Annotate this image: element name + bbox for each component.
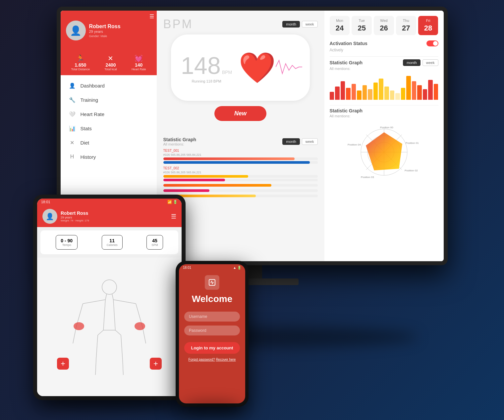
cal-day-thu[interactable]: Thu 27 bbox=[396, 16, 416, 35]
phone-username-field[interactable]: Username bbox=[184, 312, 240, 322]
stats-title: Statistic Graph bbox=[163, 137, 196, 142]
bpm-reading: 148 BPM Running 118 BPM bbox=[181, 52, 232, 83]
radar-pos-3: Position 03 bbox=[361, 176, 374, 179]
user-gender: Gender: Male bbox=[89, 34, 121, 38]
graph1-month-btn[interactable]: month bbox=[403, 59, 420, 66]
tablet-signal: 📶 🔋 bbox=[167, 200, 178, 204]
graph-subtitle-2: All mentions: bbox=[330, 114, 438, 118]
sidebar-item-heartrate[interactable]: 🤍 Heart Rate bbox=[61, 107, 157, 121]
new-button[interactable]: New bbox=[214, 106, 266, 121]
cal-day-fri-num: 28 bbox=[420, 24, 437, 32]
diet-icon: ✕ bbox=[69, 140, 76, 146]
sidebar-item-stats[interactable]: 📊 Stats bbox=[61, 121, 157, 136]
bar-11 bbox=[384, 87, 389, 100]
activation-toggle[interactable] bbox=[426, 40, 438, 46]
svg-point-8 bbox=[102, 280, 117, 294]
plus-btn-left[interactable]: + bbox=[57, 358, 69, 370]
tablet-user-sub: 29 years bbox=[61, 216, 89, 219]
cal-day-mon-num: 24 bbox=[331, 24, 349, 32]
graph-header-1: Statistic Graph month week bbox=[330, 59, 438, 66]
metric-calories: 11 Calories bbox=[102, 235, 123, 250]
metric-tempo: 0 - 90 Tempo bbox=[56, 235, 78, 250]
bar2-label: TEST_002 bbox=[163, 166, 318, 170]
cal-day-wed-num: 26 bbox=[375, 24, 393, 32]
cal-day-tue-name: Tue bbox=[353, 19, 370, 23]
stat-heart: 💓 140 Heart Rate bbox=[132, 54, 146, 71]
sidebar-item-diet-label: Diet bbox=[81, 140, 89, 146]
bpm-header: BPM month week bbox=[163, 17, 318, 31]
svg-line-21 bbox=[115, 330, 121, 335]
stat-graph-2: Statistic Graph All mentions: bbox=[330, 108, 438, 180]
tablet-avatar: 👤 bbox=[42, 209, 57, 224]
bar-5 bbox=[352, 84, 356, 100]
sidebar-item-heartrate-label: Heart Rate bbox=[81, 111, 105, 117]
bar1-track-1 bbox=[163, 157, 318, 160]
cal-day-tue[interactable]: Tue 25 bbox=[352, 16, 372, 35]
bar2-fill-1 bbox=[163, 175, 248, 178]
sidebar-item-history[interactable]: H History bbox=[61, 150, 157, 164]
period-month-btn[interactable]: month bbox=[282, 21, 300, 28]
tablet-user-info: Robert Ross 29 years Weight: 74 · Height… bbox=[61, 210, 89, 222]
stat-kcal-label: Total kcal bbox=[104, 68, 117, 71]
bar1-fill-1 bbox=[163, 157, 295, 160]
menu-icon[interactable]: ☰ bbox=[149, 13, 154, 20]
stat-heart-value: 140 bbox=[132, 62, 146, 68]
graph1-week-btn[interactable]: week bbox=[422, 59, 438, 66]
cal-day-wed[interactable]: Wed 26 bbox=[374, 16, 394, 35]
stat-distance: 🏃 1.650 Total Distance bbox=[71, 54, 90, 71]
tablet-metrics: 0 - 90 Tempo 11 Calories 45 SPM bbox=[40, 230, 178, 254]
phone-wrapper: 18:01 ▲ 🔋 Welcome Username Password Logi… bbox=[176, 261, 249, 407]
radar-pos-4: Position 04 bbox=[348, 143, 361, 146]
stats-period-toggle: month week bbox=[282, 138, 317, 145]
phone-recover-link[interactable]: Recover here bbox=[216, 358, 236, 361]
cal-day-wed-name: Wed bbox=[375, 19, 393, 23]
stats-header: Statistic Graph All mentions: month week bbox=[163, 137, 318, 146]
sidebar-item-diet[interactable]: ✕ Diet bbox=[61, 136, 157, 150]
bar1-sub: #026 565.86,205 565.84,221 bbox=[163, 153, 318, 156]
tablet-menu-icon[interactable]: ☰ bbox=[171, 213, 176, 220]
svg-line-9 bbox=[105, 294, 107, 300]
cal-day-mon[interactable]: Mon 24 bbox=[330, 16, 350, 35]
svg-line-11 bbox=[83, 300, 105, 304]
phone-login-button[interactable]: Login to my account bbox=[184, 342, 240, 354]
bar-16 bbox=[412, 81, 417, 100]
stat-kcal: ✕ 2400 Total kcal bbox=[104, 54, 117, 71]
cal-day-fri[interactable]: Fri 28 bbox=[418, 16, 438, 35]
phone-password-field[interactable]: Password bbox=[184, 326, 240, 335]
sidebar-item-dashboard[interactable]: 👤 Dashboard bbox=[61, 79, 157, 93]
tablet-wrapper: 18:01 📶 🔋 👤 Robert Ross 29 years Weight:… bbox=[33, 195, 186, 400]
fire-icon: ✕ bbox=[104, 54, 117, 62]
bar2-track-1 bbox=[163, 175, 318, 178]
stat-bar-row-5 bbox=[163, 195, 318, 197]
heart-rate-display: 148 BPM Running 118 BPM ❤️ bbox=[171, 34, 310, 101]
sidebar-item-training[interactable]: 🔧 Training bbox=[61, 93, 157, 107]
period-week-btn[interactable]: week bbox=[302, 21, 318, 28]
stat-kcal-value: 2400 bbox=[104, 62, 117, 68]
svg-line-20 bbox=[98, 330, 103, 335]
heart-rate-icon: 💓 bbox=[132, 54, 146, 62]
tablet-user-stats: Weight: 74 · Height: 179 bbox=[61, 219, 89, 222]
svg-line-17 bbox=[103, 300, 105, 330]
calendar-row: Mon 24 Tue 25 Wed 26 Thu bbox=[330, 16, 438, 35]
stats-month-btn[interactable]: month bbox=[282, 138, 300, 145]
new-button-container: New bbox=[214, 106, 266, 121]
stats-week-btn[interactable]: week bbox=[302, 138, 318, 145]
sidebar-item-training-label: Training bbox=[81, 97, 98, 103]
radar-svg: Position 00 Position 01 Position 02 Posi… bbox=[338, 122, 430, 179]
svg-point-26 bbox=[74, 322, 84, 330]
bpm-unit: BPM bbox=[222, 70, 232, 75]
dashboard-icon: 👤 bbox=[69, 83, 76, 89]
bar-8 bbox=[368, 89, 372, 100]
tablet-time: 18:01 bbox=[41, 200, 50, 204]
plus-btn-right[interactable]: + bbox=[150, 358, 162, 370]
tablet-status-bar: 18:01 📶 🔋 bbox=[37, 199, 182, 206]
radar-pos-0: Position 00 bbox=[380, 126, 393, 129]
tablet-header: 👤 Robert Ross 29 years Weight: 74 · Heig… bbox=[37, 206, 182, 227]
svg-point-27 bbox=[135, 322, 145, 330]
activation-row: Activation Status bbox=[330, 40, 438, 46]
history-icon: H bbox=[69, 154, 76, 160]
cal-day-mon-name: Mon bbox=[331, 19, 349, 23]
phone-logo-box bbox=[205, 275, 219, 290]
svg-line-18 bbox=[113, 300, 115, 330]
metric-calories-val: 11 bbox=[107, 238, 118, 243]
